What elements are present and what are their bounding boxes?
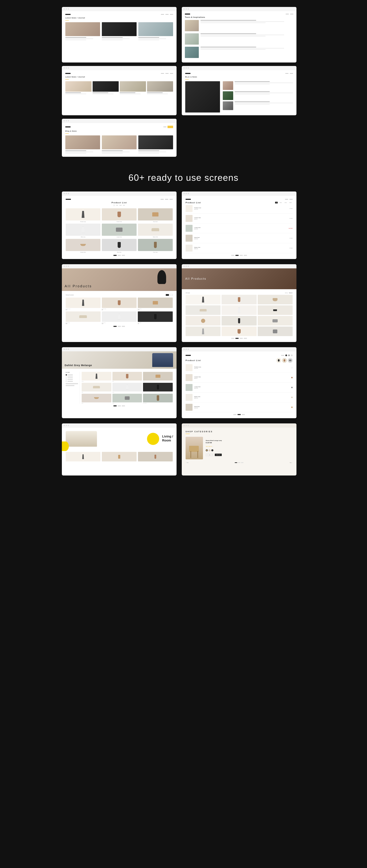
- product-img: [112, 383, 142, 392]
- page-dot[interactable]: [244, 338, 247, 339]
- page-dot[interactable]: [233, 414, 236, 415]
- checkbox[interactable]: [66, 374, 67, 375]
- dot[interactable]: [241, 462, 244, 463]
- color-swatch[interactable]: [291, 407, 293, 408]
- qty-increase[interactable]: +: [211, 454, 214, 456]
- stool-shape: [152, 212, 159, 216]
- screens-grid-2: AII Products Showing 24 products: [62, 264, 305, 342]
- page-dot[interactable]: [113, 326, 117, 327]
- qty-decrease[interactable]: −: [206, 454, 208, 456]
- dot: [184, 67, 185, 69]
- dot: [68, 120, 69, 121]
- vase-shape: [117, 212, 121, 217]
- add-to-cart-button[interactable]: Add to cart: [215, 454, 222, 456]
- page-dot[interactable]: [118, 255, 121, 256]
- page-dot[interactable]: [235, 255, 238, 256]
- card-body: Latest News / Journal: [62, 70, 176, 98]
- filter-layout: FILTER: [66, 372, 173, 404]
- star: ★: [207, 446, 208, 447]
- latest-badge: [168, 126, 173, 128]
- pprice: $89: [102, 309, 137, 310]
- product-list-item: Ceramic Vase $89.00 In Stock: [186, 215, 293, 223]
- tab[interactable]: Chair: [279, 202, 283, 204]
- product-image: [102, 239, 137, 251]
- tab-active[interactable]: All: [275, 202, 278, 204]
- product-price: $89.00: [194, 219, 288, 220]
- color-option[interactable]: [208, 449, 210, 452]
- grid-view-btn[interactable]: [166, 294, 169, 296]
- color-swatch[interactable]: [291, 377, 293, 378]
- logo: [66, 199, 71, 200]
- page-dot[interactable]: [239, 255, 243, 256]
- filter-title: FILTER: [66, 372, 78, 373]
- tab[interactable]: Chair: [116, 205, 118, 206]
- tab[interactable]: All: [113, 205, 114, 206]
- page-dot[interactable]: [122, 326, 125, 327]
- product-grid: Pendant Lamp $129 Ceramic Vase $89: [66, 298, 173, 324]
- product-icon: [238, 318, 240, 323]
- star: ★: [210, 446, 211, 447]
- page-dot[interactable]: [118, 405, 121, 406]
- dot: [64, 349, 65, 350]
- product-price: $899.00: [194, 248, 288, 249]
- product-info: Lounge Chair $349.00: [194, 227, 287, 229]
- dot: [66, 425, 67, 426]
- pprice: $899: [66, 323, 101, 324]
- blog-caption: [138, 37, 159, 38]
- star-rating: ★ ★ ★ ★ ★: [206, 446, 293, 447]
- tab[interactable]: Lamp: [284, 202, 288, 204]
- page-dot[interactable]: [118, 326, 121, 327]
- dot: [188, 193, 189, 194]
- page-dot[interactable]: [122, 405, 125, 406]
- pendant-decoration: [158, 270, 166, 284]
- page-dot[interactable]: [237, 414, 241, 415]
- color-option-selected[interactable]: [206, 449, 208, 452]
- color-swatch[interactable]: [291, 387, 293, 388]
- tab[interactable]: Decor: [289, 202, 293, 204]
- page-dot[interactable]: [239, 338, 243, 339]
- nav-prev[interactable]: ← Prev: [186, 462, 189, 463]
- dot[interactable]: [238, 462, 240, 463]
- sort-value: Newest ▾: [289, 292, 293, 293]
- tab[interactable]: Vase: [123, 205, 125, 206]
- window-header: [62, 191, 176, 196]
- product-thumbnail: [186, 364, 193, 371]
- checkbox[interactable]: [66, 378, 67, 380]
- list-view-btn[interactable]: [170, 294, 173, 296]
- pagination: [186, 255, 293, 256]
- product-row: Pendant Lamp Ceramic Vase Wood Stool: [66, 208, 173, 222]
- nav-link: [289, 199, 293, 199]
- nav-next[interactable]: Next →: [290, 462, 293, 463]
- product-cell: Bowl: [82, 394, 111, 404]
- product-thumb: [186, 235, 193, 242]
- product-mini: [138, 452, 173, 461]
- page-dot[interactable]: [235, 338, 238, 339]
- color-swatch[interactable]: [291, 397, 293, 398]
- mini-vase: [154, 455, 156, 459]
- checkbox[interactable]: [66, 380, 67, 382]
- checkbox[interactable]: [66, 376, 67, 378]
- filter-label: [67, 375, 73, 375]
- page-dot[interactable]: [231, 338, 234, 339]
- tab[interactable]: Lamp: [119, 205, 122, 206]
- search-icon[interactable]: [291, 354, 293, 356]
- dot-active[interactable]: [235, 462, 237, 463]
- dot: [184, 193, 185, 194]
- page-dot[interactable]: [231, 255, 234, 256]
- cart-icon[interactable]: [285, 354, 287, 356]
- latest-news-card-1: Latest News / Journal: [62, 7, 176, 62]
- color-swatch[interactable]: [291, 367, 293, 368]
- page-dot[interactable]: [122, 255, 125, 256]
- white-lamp-shape: [81, 226, 85, 233]
- nav-bar: [66, 199, 173, 200]
- accent-line: [65, 20, 69, 21]
- color-option[interactable]: [211, 449, 214, 452]
- product-image: [102, 208, 137, 220]
- page-dot[interactable]: [113, 405, 117, 406]
- page-dot[interactable]: [113, 255, 117, 256]
- page-dot[interactable]: [244, 255, 247, 256]
- product-info: Modern Sofa $899.00: [194, 247, 288, 249]
- user-icon[interactable]: [288, 354, 290, 356]
- logo: [65, 73, 70, 74]
- page-dot[interactable]: [242, 414, 245, 415]
